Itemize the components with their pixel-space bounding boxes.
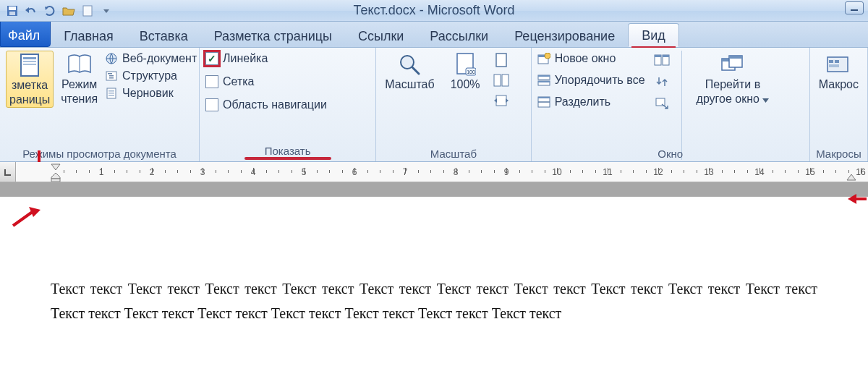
- btn-label: 100%: [451, 78, 480, 91]
- group-macros: Макрос Макросы: [810, 48, 868, 161]
- file-tab[interactable]: Файл: [0, 21, 51, 47]
- macros-icon: [826, 52, 851, 77]
- page-width-icon[interactable]: [493, 93, 509, 109]
- svg-line-20: [412, 67, 419, 74]
- zoom-100-button[interactable]: 100 100%: [448, 51, 483, 93]
- book-icon: [67, 52, 92, 77]
- draft-button[interactable]: Черновик: [105, 87, 197, 100]
- tab-selector[interactable]: [0, 162, 16, 182]
- svg-rect-12: [108, 73, 112, 75]
- svg-rect-24: [496, 54, 506, 67]
- first-line-indent-marker[interactable]: [51, 162, 61, 173]
- item-label: Веб-документ: [122, 52, 197, 65]
- btn-label: Макрос: [819, 78, 859, 91]
- reading-layout-button[interactable]: Режим чтения: [58, 51, 101, 106]
- body-text: Текст текст Текст текст Текст текст Текс…: [51, 281, 702, 297]
- btn-label: чтения: [61, 93, 98, 106]
- ribbon-panel: зметка раницы Режим чтения Веб-документ …: [0, 48, 868, 162]
- ruler-checkbox[interactable]: [205, 52, 218, 65]
- outline-button[interactable]: Структура: [105, 69, 197, 82]
- open-folder-icon[interactable]: [61, 3, 77, 19]
- group-label: Масштаб: [376, 145, 530, 161]
- item-label: Область навигации: [223, 98, 327, 111]
- switch-windows-icon: [720, 52, 745, 77]
- svg-rect-2: [9, 12, 15, 15]
- gridlines-checkbox[interactable]: [205, 75, 218, 88]
- item-label: Разделить: [555, 95, 610, 109]
- annotation-arrow-left-indent: [9, 207, 42, 230]
- btn-label: Перейти в: [705, 78, 760, 91]
- svg-rect-6: [23, 57, 36, 59]
- btn-label: Масштаб: [385, 78, 434, 91]
- btn-label: другое окно: [697, 93, 760, 105]
- zoom-button[interactable]: Масштаб: [382, 51, 437, 93]
- tab-label: Рецензирование: [514, 29, 615, 43]
- titlebar: Текст.docx - Microsoft Word: [0, 0, 868, 22]
- tab-review[interactable]: Рецензирование: [501, 25, 628, 47]
- svg-rect-41: [663, 55, 669, 57]
- svg-rect-42: [656, 98, 665, 106]
- tab-label: Ссылки: [358, 29, 404, 43]
- undo-icon[interactable]: [23, 3, 39, 19]
- btn-label: Режим: [61, 78, 97, 91]
- split-button[interactable]: Разделить: [537, 95, 645, 109]
- reset-pos-icon[interactable]: [654, 95, 670, 111]
- tab-refs[interactable]: Ссылки: [345, 25, 417, 47]
- tab-insert[interactable]: Вставка: [127, 25, 201, 47]
- item-label: Упорядочить все: [555, 74, 645, 87]
- gridlines-checkbox-row[interactable]: Сетка: [205, 75, 327, 88]
- left-indent-marker[interactable]: [51, 172, 61, 182]
- document-page[interactable]: Текст текст Текст текст Текст текст Текс…: [0, 197, 868, 340]
- svg-text:100: 100: [467, 69, 475, 75]
- two-pages-icon[interactable]: [493, 72, 509, 88]
- side-by-side-icon[interactable]: [654, 52, 670, 68]
- tab-mail[interactable]: Рассылки: [417, 25, 501, 47]
- group-show: Линейка Сетка Область навигации Показать: [200, 48, 376, 161]
- svg-rect-27: [496, 95, 506, 106]
- item-label: Линейка: [223, 52, 268, 65]
- qat-dropdown-icon[interactable]: [98, 3, 114, 19]
- document-background: [0, 182, 868, 197]
- btn-label: зметка: [12, 79, 48, 92]
- ruler-checkbox-row[interactable]: Линейка: [205, 52, 327, 65]
- group-label: Окно: [532, 145, 809, 161]
- redo-icon[interactable]: [42, 3, 58, 19]
- svg-rect-34: [538, 81, 550, 82]
- magnifier-icon: [397, 52, 422, 77]
- web-layout-button[interactable]: Веб-документ: [105, 52, 197, 65]
- tab-home[interactable]: Главная: [51, 25, 127, 47]
- split-icon: [537, 95, 550, 109]
- globe-icon: [105, 52, 118, 65]
- right-indent-marker[interactable]: [846, 172, 856, 182]
- navpane-checkbox[interactable]: [205, 98, 218, 111]
- page-100-icon: 100: [453, 52, 477, 77]
- svg-rect-26: [502, 75, 509, 86]
- print-layout-button[interactable]: зметка раницы: [6, 51, 54, 108]
- horizontal-ruler[interactable]: 12345678910111213141516: [0, 162, 868, 182]
- group-zoom: Масштаб 100 100% Масштаб: [376, 48, 531, 161]
- save-icon[interactable]: [4, 3, 20, 19]
- arrange-all-button[interactable]: Упорядочить все: [537, 74, 645, 87]
- one-page-icon[interactable]: [493, 52, 509, 68]
- new-window-button[interactable]: Новое окно: [537, 52, 645, 65]
- new-doc-icon[interactable]: [80, 3, 95, 19]
- tab-layout[interactable]: Разметка страницы: [201, 25, 345, 47]
- tab-view[interactable]: Вид: [628, 23, 679, 47]
- arrange-icon: [537, 74, 550, 87]
- item-label: Черновик: [122, 87, 174, 100]
- window-controls: [845, 1, 864, 14]
- item-label: Структура: [122, 69, 177, 82]
- svg-point-30: [545, 53, 550, 59]
- svg-rect-1: [9, 7, 16, 10]
- navpane-checkbox-row[interactable]: Область навигации: [205, 98, 327, 111]
- switch-windows-button[interactable]: Перейти в другое окно: [694, 51, 773, 106]
- page-icon: [17, 53, 42, 77]
- macros-button[interactable]: Макрос: [816, 51, 861, 93]
- svg-rect-32: [538, 75, 550, 77]
- svg-rect-49: [835, 60, 839, 63]
- sync-scroll-icon[interactable]: [654, 74, 670, 90]
- minimize-button[interactable]: [845, 1, 864, 14]
- draft-icon: [105, 87, 118, 100]
- outline-icon: [105, 69, 118, 82]
- item-label: Новое окно: [555, 52, 616, 65]
